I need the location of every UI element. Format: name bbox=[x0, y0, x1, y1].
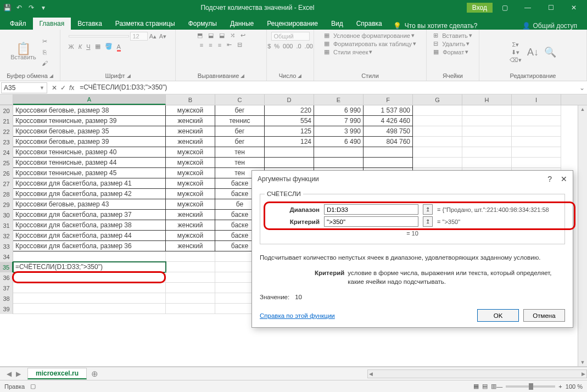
increase-font-icon[interactable]: A▴ bbox=[149, 32, 158, 41]
tab-formulas[interactable]: Формулы bbox=[182, 18, 223, 30]
cell[interactable]: 4 426 460 bbox=[364, 116, 413, 126]
cell[interactable] bbox=[13, 293, 166, 304]
column-header[interactable]: B bbox=[166, 94, 215, 105]
row-header[interactable]: 31 bbox=[0, 220, 13, 231]
cell[interactable]: Кроссовки для баскетбола, размер 36 bbox=[13, 241, 166, 251]
share-button[interactable]: 👤 Общий доступ bbox=[522, 22, 577, 30]
cell[interactable] bbox=[265, 147, 314, 158]
cell[interactable]: 3 990 bbox=[314, 126, 364, 137]
format-painter-icon[interactable]: 🖌 bbox=[41, 59, 49, 68]
delete-cells-button[interactable]: ⊟ Удалить ▾ bbox=[433, 40, 469, 47]
cell[interactable]: Кроссовки беговые, размер 43 bbox=[13, 199, 166, 210]
row-header[interactable]: 27 bbox=[0, 178, 13, 189]
column-header[interactable]: A bbox=[13, 94, 166, 105]
zoom-slider[interactable] bbox=[506, 385, 555, 388]
cell[interactable]: Кроссовки для баскетбола, размер 37 bbox=[13, 210, 166, 220]
accept-formula-icon[interactable]: ✓ bbox=[60, 84, 66, 92]
horizontal-scrollbar[interactable]: ◀▶ bbox=[367, 369, 587, 378]
format-cells-button[interactable]: ▦ Формат ▾ bbox=[433, 48, 468, 55]
view-normal-icon[interactable]: ▦ bbox=[473, 383, 479, 390]
row-header[interactable]: 28 bbox=[0, 189, 13, 199]
percent-icon[interactable]: % bbox=[274, 43, 279, 49]
orientation-icon[interactable]: ⤮ bbox=[230, 32, 235, 39]
cell[interactable]: =СЧЁТЕСЛИ(D1:D33;">350") bbox=[13, 262, 166, 272]
row-header[interactable]: 37 bbox=[0, 283, 13, 293]
cell[interactable]: 1 537 800 bbox=[364, 105, 413, 116]
find-select-icon[interactable]: 🔍 bbox=[544, 46, 556, 58]
cell[interactable]: Кроссовки для баскетбола, размер 42 bbox=[13, 189, 166, 199]
login-button[interactable]: Вход bbox=[467, 3, 493, 13]
thousands-icon[interactable]: 000 bbox=[283, 43, 293, 49]
cell[interactable]: 7 990 bbox=[314, 116, 364, 126]
sort-filter-icon[interactable]: A↓ bbox=[527, 47, 539, 58]
tab-home[interactable]: Главная bbox=[33, 18, 71, 30]
row-header[interactable]: 23 bbox=[0, 137, 13, 147]
row-header[interactable]: 24 bbox=[0, 147, 13, 158]
cell[interactable] bbox=[13, 304, 166, 314]
row-header[interactable]: 26 bbox=[0, 168, 13, 178]
row-header[interactable]: 22 bbox=[0, 126, 13, 137]
row-header[interactable]: 38 bbox=[0, 293, 13, 304]
column-header[interactable]: I bbox=[512, 94, 561, 105]
cell[interactable]: 6 990 bbox=[314, 105, 364, 116]
cell[interactable] bbox=[314, 147, 364, 158]
undo-icon[interactable]: ↶ bbox=[14, 3, 24, 13]
zoom-control[interactable]: — + 100 % bbox=[496, 383, 583, 390]
cell[interactable] bbox=[413, 116, 462, 126]
cell[interactable] bbox=[462, 147, 512, 158]
cell[interactable] bbox=[13, 251, 166, 262]
cell[interactable]: мужской bbox=[166, 158, 215, 168]
minimize-icon[interactable]: — bbox=[517, 0, 539, 15]
number-format-box[interactable]: Общий bbox=[271, 32, 310, 41]
view-pagebreak-icon[interactable]: ▥ bbox=[491, 383, 496, 390]
select-all[interactable] bbox=[0, 94, 13, 105]
cell[interactable]: теннис bbox=[215, 116, 265, 126]
cell[interactable]: Кроссовки теннисные, размер 44 bbox=[13, 158, 166, 168]
cell[interactable]: женский bbox=[166, 116, 215, 126]
dialog-launcher-icon[interactable]: ◢ bbox=[127, 73, 131, 79]
underline-icon[interactable]: Ч bbox=[86, 43, 90, 50]
arg-criteria-input[interactable] bbox=[324, 216, 418, 227]
column-header[interactable]: C bbox=[215, 94, 265, 105]
align-left-icon[interactable]: ≡ bbox=[200, 42, 203, 48]
tell-me[interactable]: 💡 Что вы хотите сделать? bbox=[393, 22, 478, 30]
cell[interactable] bbox=[13, 283, 166, 293]
border-icon[interactable]: ▦ bbox=[95, 43, 100, 50]
close-icon[interactable]: ✕ bbox=[563, 0, 585, 15]
decrease-font-icon[interactable]: A▾ bbox=[159, 32, 167, 41]
cell[interactable]: мужской bbox=[166, 168, 215, 178]
collapse-dialog-icon[interactable]: ↥ bbox=[423, 216, 433, 227]
row-header[interactable]: 25 bbox=[0, 158, 13, 168]
cancel-formula-icon[interactable]: ✕ bbox=[52, 84, 57, 92]
cell[interactable]: мужской bbox=[166, 147, 215, 158]
formula-input[interactable]: =СЧЁТЕСЛИ(D1:D33;">350") bbox=[77, 82, 577, 93]
indent-left-icon[interactable]: ⇤ bbox=[227, 41, 232, 48]
row-header[interactable]: 30 bbox=[0, 210, 13, 220]
cell[interactable] bbox=[13, 272, 166, 283]
merge-icon[interactable]: ⊟ bbox=[237, 41, 242, 48]
cell[interactable] bbox=[413, 147, 462, 158]
row-header[interactable]: 39 bbox=[0, 304, 13, 314]
cell[interactable] bbox=[512, 158, 561, 168]
cell[interactable]: 554 bbox=[265, 116, 314, 126]
cell[interactable]: 220 bbox=[265, 105, 314, 116]
column-header[interactable]: H bbox=[462, 94, 512, 105]
sheet-nav-prev-icon[interactable]: ◀ bbox=[7, 370, 12, 378]
tab-help[interactable]: Справка bbox=[350, 18, 389, 30]
tab-layout[interactable]: Разметка страницы bbox=[109, 18, 182, 30]
cell[interactable]: мужской bbox=[166, 189, 215, 199]
cell[interactable]: Кроссовки беговые, размер 35 bbox=[13, 126, 166, 137]
format-table-button[interactable]: ▦ Форматировать как таблицу ▾ bbox=[324, 40, 416, 47]
cell[interactable]: Кроссовки теннисные, размер 45 bbox=[13, 168, 166, 178]
cell[interactable]: женский bbox=[166, 241, 215, 251]
cell[interactable]: Кроссовки беговые, размер 39 bbox=[13, 137, 166, 147]
increase-decimal-icon[interactable]: .0 bbox=[296, 43, 301, 49]
tab-data[interactable]: Данные bbox=[223, 18, 260, 30]
cell[interactable] bbox=[166, 251, 215, 262]
cell[interactable]: Кроссовки для баскетбола, размер 38 bbox=[13, 220, 166, 231]
save-icon[interactable]: 💾 bbox=[2, 3, 12, 13]
cell[interactable] bbox=[166, 262, 215, 272]
cell[interactable] bbox=[462, 137, 512, 147]
cell[interactable] bbox=[512, 105, 561, 116]
tab-insert[interactable]: Вставка bbox=[71, 18, 109, 30]
